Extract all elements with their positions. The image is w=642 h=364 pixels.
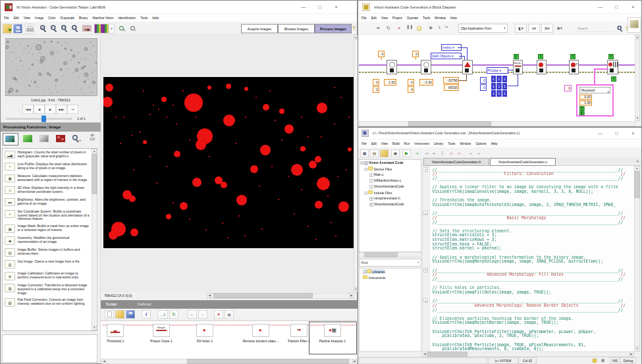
menu-item-help[interactable]: Help bbox=[491, 142, 498, 146]
kernel-cell[interactable]: 1 bbox=[491, 83, 496, 90]
function-list-item[interactable]: +Set Coordinate System: Builds a coordin… bbox=[3, 208, 92, 222]
cvi-notebook-icon[interactable]: ▤ bbox=[370, 149, 379, 157]
menu-item-tools[interactable]: Tools bbox=[448, 142, 455, 146]
script-delete-icon[interactable]: × bbox=[214, 310, 223, 319]
histogram-tool-icon[interactable]: ▂▄ bbox=[82, 25, 92, 32]
tree-item-source-files[interactable]: −Source Files bbox=[365, 167, 392, 171]
cvi-step3-icon[interactable]: ↧ bbox=[439, 149, 446, 157]
find-combo[interactable]: Find ▼ bbox=[359, 259, 421, 267]
const-0.00[interactable]: 0.00 bbox=[579, 95, 592, 100]
menu-item-tools[interactable]: Tools bbox=[423, 16, 430, 20]
script-step-icon[interactable]: ●: bbox=[196, 325, 213, 337]
lv-search-icon[interactable] bbox=[616, 25, 624, 33]
menu-item-grayscale[interactable]: Grayscale bbox=[61, 16, 74, 20]
tree-item-nimachinevision-h[interactable]: hnimachinevision.h bbox=[370, 197, 400, 201]
function-list-item[interactable]: ⊕Image Calibration: Calibrates an image … bbox=[3, 270, 92, 282]
tree-item-nimachinevision-c[interactable]: cNIMachineVision.c bbox=[370, 179, 402, 184]
script-step-label[interactable]: Particle Analysis 1 bbox=[306, 340, 359, 344]
cvi-maximize-button[interactable]: □ bbox=[608, 128, 625, 139]
fold-marker[interactable]: + bbox=[424, 268, 429, 273]
const-T-particle[interactable]: T bbox=[608, 54, 614, 59]
script-hscrollbar[interactable]: ◀ ▶ bbox=[101, 359, 358, 364]
const-0-pink[interactable]: 0 bbox=[564, 85, 572, 91]
category-machine-vision-icon[interactable]: + bbox=[70, 134, 84, 144]
menu-item-edit[interactable]: Edit bbox=[371, 16, 377, 20]
function-list-scrollbar[interactable]: ▲ ▼ bbox=[92, 149, 97, 330]
menu-item-window[interactable]: Window bbox=[435, 16, 446, 20]
const-neg32768[interactable]: -32768 bbox=[443, 77, 459, 84]
menu-item-help[interactable]: Help bbox=[152, 16, 159, 20]
pause-icon[interactable]: ❚❚ bbox=[406, 25, 414, 33]
lv-maximize-button[interactable]: □ bbox=[608, 1, 625, 13]
print-icon[interactable] bbox=[25, 24, 34, 34]
menu-item-edit[interactable]: Edit bbox=[14, 16, 19, 20]
kernel-cell[interactable]: 1 bbox=[502, 76, 507, 82]
cvi-step1-icon[interactable]: ⇥ bbox=[423, 149, 430, 157]
nav-loop-button[interactable]: ↪ bbox=[67, 105, 78, 114]
category-binary-icon[interactable] bbox=[54, 134, 68, 144]
font-combo[interactable]: 15pt Application Font ▼ bbox=[458, 24, 508, 33]
script-step-icon[interactable]: ▂▄▂ bbox=[107, 325, 124, 337]
dark-objects-enum[interactable]: Dark Objects ▾ bbox=[431, 53, 462, 59]
category-identification-icon[interactable]: dd123 bbox=[85, 134, 99, 144]
function-list-item[interactable]: ▣Measure: Calculates measurement statist… bbox=[3, 172, 92, 184]
kernel-cell[interactable]: 1 bbox=[497, 83, 502, 90]
abort-icon[interactable]: ● bbox=[395, 25, 403, 33]
va-close-button[interactable]: × bbox=[328, 1, 344, 13]
va-minimize-button[interactable]: — bbox=[295, 1, 311, 13]
roi-tools-icon[interactable]: ✎ bbox=[118, 24, 127, 34]
const-0-e[interactable]: 0 bbox=[408, 79, 414, 86]
resize-objects-icon[interactable]: ⊞▾ bbox=[541, 24, 553, 33]
cvi-new-icon[interactable]: ▦ bbox=[360, 149, 369, 157]
zoom-1to1-icon[interactable]: 1:1 bbox=[60, 24, 69, 34]
const-neg1.00[interactable]: -1.00 bbox=[419, 79, 433, 86]
cvi-run-icon[interactable]: ▶ bbox=[402, 149, 411, 157]
tree-item-visionassistantcode[interactable]: cVisionAssistantCode bbox=[370, 185, 404, 190]
function-list-item[interactable]: ◆Geometry: Modifies the geometrical repr… bbox=[3, 234, 92, 246]
script-step-label[interactable]: Fill holes 1 bbox=[178, 340, 231, 344]
kernel-cell[interactable]: 1 bbox=[497, 90, 502, 97]
const-F-cluster[interactable]: F bbox=[579, 111, 585, 116]
search-box[interactable]: Search bbox=[575, 25, 615, 32]
palette-dropdown-icon[interactable]: ▼ bbox=[109, 24, 115, 34]
tree-item-visionassistantcode[interactable]: hVisionAssistantCode bbox=[370, 203, 404, 207]
script-step-icon[interactable]: Morph bbox=[153, 325, 170, 337]
menu-item-binary[interactable]: Binary bbox=[79, 16, 88, 20]
category-grayscale-icon[interactable] bbox=[38, 134, 52, 144]
const-65535[interactable]: 65535 bbox=[444, 84, 459, 91]
cvi-step2-icon[interactable]: ⇤ bbox=[431, 149, 438, 157]
run-icon[interactable]: ➔ bbox=[374, 25, 382, 33]
tab-source-file[interactable]: VisionAssistantCodeGeneration.c bbox=[490, 158, 556, 166]
function-list-item[interactable]: ▦Image Mask: Builds a mask from an entir… bbox=[3, 222, 92, 234]
script-info-icon[interactable]: i bbox=[142, 310, 151, 319]
menu-item-image[interactable]: Image bbox=[35, 16, 43, 20]
nav-first-button[interactable]: |◀◀ bbox=[22, 105, 34, 114]
tab-header-file[interactable]: VisionAssistantCodeGeneration.h bbox=[423, 158, 489, 166]
function-list-item[interactable]: ▧Image Correction: Transforms a distorte… bbox=[3, 282, 92, 296]
script-new-icon[interactable] bbox=[105, 310, 114, 319]
nav-last-button[interactable]: ▶▶| bbox=[56, 105, 67, 114]
menu-item-instrument[interactable]: Instrument bbox=[414, 142, 429, 146]
fold-marker[interactable]: + bbox=[424, 211, 429, 216]
const-T-particle2[interactable]: T bbox=[611, 76, 616, 82]
const-T-reject[interactable]: T bbox=[570, 54, 575, 59]
tree-item-include-files[interactable]: −Include Files bbox=[365, 191, 392, 195]
const-0-d[interactable]: 0 bbox=[412, 51, 419, 57]
code-editor[interactable]: //______________________________________… bbox=[422, 166, 634, 351]
script-run-icon[interactable]: ↻ bbox=[169, 310, 178, 319]
tab-acquire-images[interactable]: Acquire Images bbox=[241, 24, 278, 34]
script-open-icon[interactable] bbox=[115, 310, 124, 319]
script-save-icon[interactable] bbox=[126, 310, 135, 319]
tab-close-icon[interactable]: × bbox=[636, 159, 639, 163]
menu-item-library[interactable]: Library bbox=[434, 142, 444, 146]
fold-marker[interactable]: + bbox=[424, 167, 429, 172]
menu-item-build[interactable]: Build bbox=[392, 142, 400, 146]
script-run-once-icon[interactable]: →1 bbox=[157, 310, 168, 319]
const-1.00[interactable]: 1.00 bbox=[384, 79, 396, 86]
palette-icon[interactable] bbox=[94, 24, 109, 34]
annotation-tools-icon[interactable]: ✎ bbox=[129, 24, 138, 34]
script-step-fwd-icon[interactable]: → bbox=[198, 310, 207, 319]
const-0-b[interactable]: 0 bbox=[373, 79, 379, 86]
viewer-hscrollbar[interactable]: ◀ ▶ bbox=[207, 293, 354, 299]
lv-minimize-button[interactable]: — bbox=[592, 1, 608, 13]
